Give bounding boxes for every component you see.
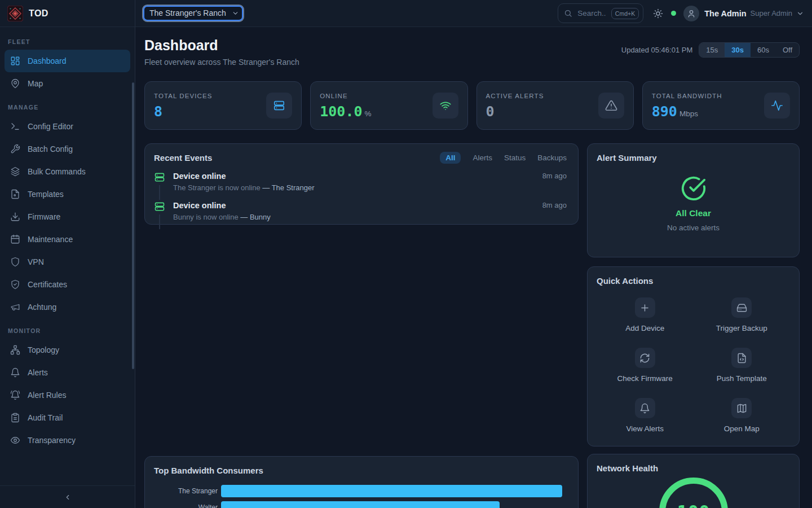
sidebar-item-achtung[interactable]: Achtung: [5, 296, 130, 318]
terminal-icon: [10, 121, 20, 132]
server-icon: [273, 99, 285, 112]
stat-card-total-bandwidth: TOTAL BANDWIDTH 890Mbps: [642, 81, 800, 130]
sidebar-item-label: Topology: [28, 345, 59, 354]
interval-60s-button[interactable]: 60s: [751, 43, 776, 57]
updated-timestamp: Updated 05:46:01 PM: [621, 46, 692, 54]
alert-status: All Clear: [676, 208, 711, 218]
sidebar-item-label: Maintenance: [28, 235, 73, 244]
app-root: TOD FLEET Dashboard Map MANAGE: [0, 0, 812, 508]
sidebar-item-topology[interactable]: Topology: [5, 339, 130, 361]
filter-backups[interactable]: Backups: [537, 154, 567, 162]
chevron-down-icon: [796, 10, 804, 17]
sidebar-item-alerts[interactable]: Alerts: [5, 361, 130, 384]
sidebar-item-dashboard[interactable]: Dashboard: [5, 50, 130, 72]
topbar: The Stranger's Ranch Cmd+K: [135, 0, 812, 27]
event-filters: All Alerts Status Backups: [440, 152, 567, 164]
layers-icon: [10, 167, 20, 177]
quick-action-label: Open Map: [724, 424, 760, 433]
sidebar-item-batch-config[interactable]: Batch Config: [5, 138, 130, 160]
sidebar-item-label: Audit Trail: [28, 413, 63, 422]
recent-events-panel: Recent Events All Alerts Status Backups: [144, 143, 579, 225]
stat-value: 100.0: [320, 103, 362, 120]
push-template-button[interactable]: Push Template: [694, 348, 791, 383]
dashboard-grid-icon: [10, 56, 20, 66]
bell-icon: [635, 398, 655, 418]
filter-status[interactable]: Status: [504, 154, 526, 162]
network-icon: [10, 345, 20, 355]
sidebar-item-audit-trail[interactable]: Audit Trail: [5, 406, 130, 429]
theme-toggle-sun-icon[interactable]: [653, 8, 663, 19]
sidebar-scrollbar[interactable]: [132, 82, 134, 369]
calendar-icon: [10, 234, 20, 244]
alert-detail: No active alerts: [667, 224, 720, 232]
sidebar-item-bulk-commands[interactable]: Bulk Commands: [5, 160, 130, 183]
quick-actions-panel: Quick Actions Add Device: [587, 266, 800, 446]
bandwidth-device-label: Walter: [154, 503, 218, 508]
event-description: The Stranger is now online: [173, 183, 261, 192]
stat-label: ACTIVE ALERTS: [486, 93, 544, 99]
dashboard-columns: Recent Events All Alerts Status Backups: [144, 143, 800, 508]
top-bandwidth-panel: Top Bandwidth Consumers The Stranger Wal…: [144, 456, 579, 508]
topbar-right: Cmd+K The Admin Super Admin: [558, 3, 804, 23]
wrench-icon: [10, 144, 20, 154]
event-row[interactable]: Device online Bunny is now online — Bunn…: [154, 200, 567, 229]
network-health-title: Network Health: [597, 463, 658, 473]
sidebar-nav: FLEET Dashboard Map MANAGE Config Editor: [0, 27, 135, 485]
filter-alerts[interactable]: Alerts: [473, 154, 492, 162]
sidebar-item-certificates[interactable]: Certificates: [5, 273, 130, 296]
bell-icon: [10, 367, 20, 378]
sidebar-item-map[interactable]: Map: [5, 72, 130, 95]
section-label-fleet: FLEET: [8, 38, 127, 45]
stat-label: ONLINE: [320, 93, 371, 99]
view-alerts-button[interactable]: View Alerts: [597, 398, 694, 433]
connection-status-dot: [671, 11, 676, 16]
trigger-backup-button[interactable]: Trigger Backup: [694, 297, 791, 332]
user-menu[interactable]: The Admin Super Admin: [704, 9, 804, 18]
open-map-button[interactable]: Open Map: [694, 398, 791, 433]
sidebar-item-label: Alert Rules: [28, 391, 66, 400]
sidebar-item-firmware[interactable]: Firmware: [5, 205, 130, 228]
interval-off-button[interactable]: Off: [776, 43, 799, 57]
site-selector[interactable]: The Stranger's Ranch: [143, 6, 243, 21]
sidebar-collapse-button[interactable]: [0, 485, 135, 508]
event-separator: —: [240, 213, 248, 221]
sidebar-item-label: Firmware: [28, 212, 60, 221]
hard-drive-icon: [731, 297, 752, 318]
event-title: Device online: [173, 201, 535, 210]
clipboard-icon: [10, 413, 20, 423]
sidebar-item-vpn[interactable]: VPN: [5, 251, 130, 273]
file-template-icon: [10, 189, 20, 199]
quick-action-label: Check Firmware: [617, 374, 673, 383]
sidebar-item-alert-rules[interactable]: Alert Rules: [5, 384, 130, 406]
app-name: TOD: [29, 8, 48, 19]
sidebar-item-label: Batch Config: [28, 144, 73, 154]
event-separator: —: [262, 183, 270, 192]
check-firmware-button[interactable]: Check Firmware: [597, 348, 694, 383]
search-input[interactable]: [576, 8, 607, 18]
quick-actions-title: Quick Actions: [597, 276, 653, 286]
event-device: The Stranger: [272, 183, 315, 192]
sidebar: TOD FLEET Dashboard Map MANAGE: [0, 0, 135, 508]
sidebar-item-transparency[interactable]: Transparency: [5, 429, 130, 452]
sidebar-item-maintenance[interactable]: Maintenance: [5, 228, 130, 251]
stat-cards-row: TOTAL DEVICES 8 ONLINE 100.0%: [144, 81, 800, 130]
user-role: Super Admin: [751, 9, 792, 17]
stat-label: TOTAL BANDWIDTH: [652, 93, 722, 99]
stat-value: 890: [652, 103, 677, 120]
interval-15s-button[interactable]: 15s: [699, 43, 725, 57]
sidebar-item-label: Bulk Commands: [28, 167, 86, 176]
search-icon: [564, 9, 572, 17]
alert-triangle-icon: [605, 99, 617, 112]
filter-all[interactable]: All: [440, 152, 461, 164]
interval-30s-button[interactable]: 30s: [725, 43, 751, 57]
add-device-button[interactable]: Add Device: [597, 297, 694, 332]
event-time: 8m ago: [542, 172, 567, 192]
sidebar-item-config-editor[interactable]: Config Editor: [5, 115, 130, 138]
sidebar-item-label: Transparency: [28, 436, 76, 445]
event-row[interactable]: Device online The Stranger is now online…: [154, 170, 567, 200]
sidebar-item-templates[interactable]: Templates: [5, 183, 130, 205]
avatar[interactable]: [683, 6, 699, 21]
network-health-panel: Network Health 100: [587, 454, 800, 508]
bandwidth-device-label: The Stranger: [154, 487, 218, 495]
stat-label: TOTAL DEVICES: [154, 93, 213, 99]
